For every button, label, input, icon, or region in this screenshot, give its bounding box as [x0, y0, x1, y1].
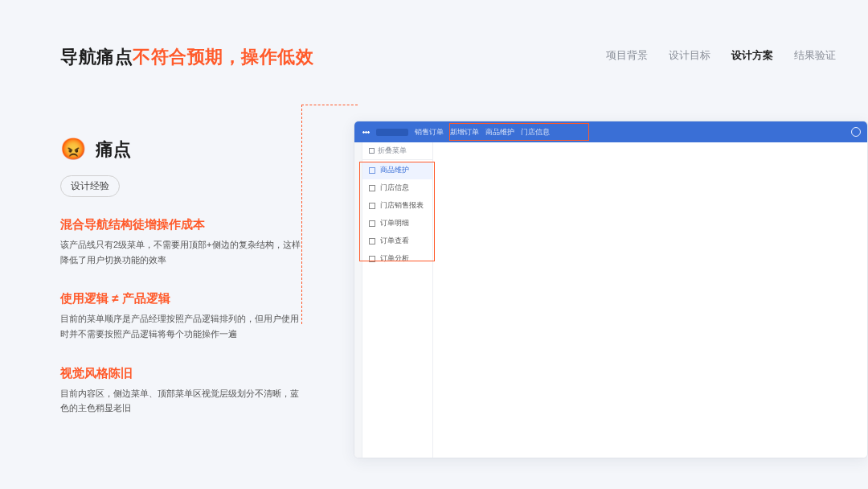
highlight-top-frame: [449, 123, 589, 141]
pain-point-1: 混合导航结构徒增操作成本 该产品线只有2级菜单，不需要用顶部+侧边的复杂结构，这…: [60, 217, 301, 267]
nav-item-3[interactable]: 结果验证: [794, 48, 836, 63]
mock-sidebar-header-label: 折叠菜单: [378, 146, 407, 156]
mock-sidebar: 折叠菜单 商品维护 门店信息 门店销售报表 订单明细 订单查看 订单分析: [362, 142, 433, 458]
section-label: 痛点: [96, 138, 131, 162]
pain-point-3-title: 视觉风格陈旧: [60, 366, 301, 381]
mock-topbar: 销售订单 新增订单 商品维护 门店信息: [354, 121, 867, 142]
grid-icon: [362, 129, 370, 136]
highlight-side-frame: [359, 162, 435, 261]
section-header: 😡 痛点: [60, 137, 131, 162]
pain-point-1-body: 该产品线只有2级菜单，不需要用顶部+侧边的复杂结构，这样降低了用户切换功能的效率: [60, 237, 301, 267]
section-tag: 设计经验: [60, 175, 120, 197]
nav-item-1[interactable]: 设计目标: [669, 48, 710, 63]
dashed-connector-vertical: [301, 105, 302, 324]
nav-item-0[interactable]: 项目背景: [606, 48, 648, 63]
mock-brand-placeholder: [376, 129, 408, 136]
pain-point-3: 视觉风格陈旧 目前内容区，侧边菜单、顶部菜单区视觉层级划分不清晰，蓝色的主色稍显…: [60, 366, 301, 416]
page-title-accent: 不符合预期，操作低效: [133, 47, 313, 67]
pain-point-2-body: 目前的菜单顺序是产品经理按照产品逻辑排列的，但用户使用时并不需要按照产品逻辑将每…: [60, 311, 301, 341]
gear-icon[interactable]: [851, 127, 861, 137]
mock-canvas: [433, 142, 867, 458]
pain-points: 混合导航结构徒增操作成本 该产品线只有2级菜单，不需要用顶部+侧边的复杂结构，这…: [60, 217, 301, 440]
mock-screenshot: 销售订单 新增订单 商品维护 门店信息 折叠菜单 商品维护 门店信息 门店销售报…: [354, 121, 868, 458]
pain-point-2-title: 使用逻辑 ≠ 产品逻辑: [60, 291, 301, 306]
mock-top-seg-0[interactable]: 销售订单: [415, 127, 444, 138]
pain-point-2: 使用逻辑 ≠ 产品逻辑 目前的菜单顺序是产品经理按照产品逻辑排列的，但用户使用时…: [60, 291, 301, 341]
page-title-prefix: 导航痛点: [60, 47, 133, 67]
dashed-connector-horizontal: [301, 105, 358, 105]
pain-point-1-title: 混合导航结构徒增操作成本: [60, 217, 301, 232]
angry-face-icon: 😡: [60, 137, 86, 162]
pain-point-3-body: 目前内容区，侧边菜单、顶部菜单区视觉层级划分不清晰，蓝色的主色稍显老旧: [60, 386, 301, 416]
mock-sidebar-header[interactable]: 折叠菜单: [362, 142, 432, 160]
top-nav: 项目背景 设计目标 设计方案 结果验证: [606, 48, 836, 63]
nav-item-2[interactable]: 设计方案: [731, 48, 773, 63]
page-title: 导航痛点不符合预期，操作低效: [60, 45, 313, 69]
collapse-icon: [369, 148, 375, 154]
